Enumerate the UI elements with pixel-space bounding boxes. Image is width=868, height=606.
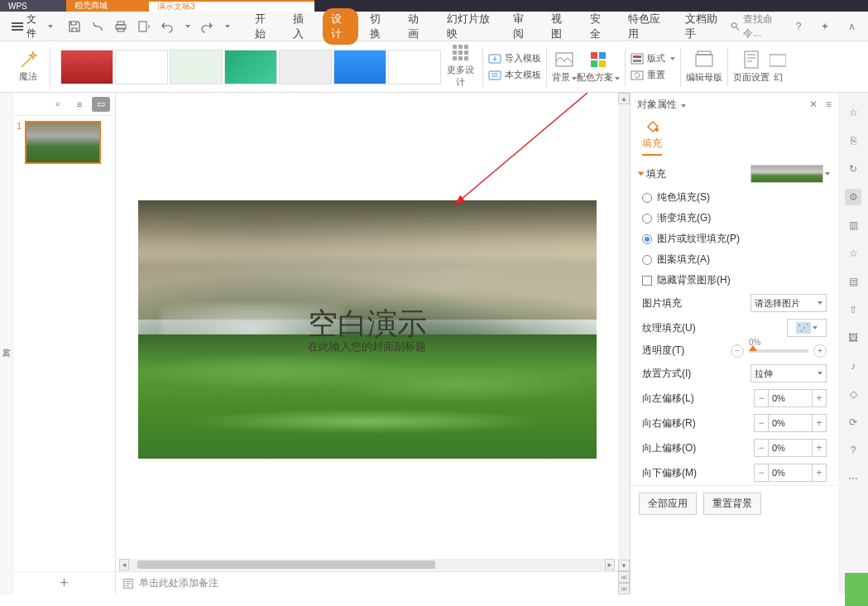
- checkbox-hide-bg-graphics[interactable]: 隐藏背景图形(H): [642, 273, 827, 287]
- rail-star-icon[interactable]: ☆: [845, 245, 861, 262]
- template-thumb-6[interactable]: [333, 50, 386, 84]
- slide[interactable]: 空白演示 在此输入您的封面副标题: [138, 200, 597, 459]
- current-fill-preview[interactable]: [751, 165, 823, 183]
- radio-pattern-fill[interactable]: 图案填充(A): [642, 252, 827, 267]
- undo-icon[interactable]: [161, 20, 174, 33]
- print-preview-icon[interactable]: [91, 20, 104, 33]
- tab-review[interactable]: 审阅: [505, 8, 540, 45]
- rail-sound-icon[interactable]: ♪: [845, 358, 861, 374]
- texture-fill-select[interactable]: [787, 319, 827, 337]
- radio-picture-fill[interactable]: 图片或纹理填充(P): [642, 232, 827, 246]
- notes-bar[interactable]: 单击此处添加备注: [116, 571, 618, 594]
- tab-security[interactable]: 安全: [582, 8, 616, 45]
- rail-help-icon[interactable]: ?: [845, 442, 861, 459]
- app-tab-wps[interactable]: WPS: [0, 0, 66, 12]
- color-scheme-button[interactable]: 配色方案: [577, 50, 620, 84]
- thumbnail-view-toggle[interactable]: ▭: [92, 97, 110, 112]
- add-slide-button[interactable]: +: [13, 571, 115, 594]
- apply-all-button[interactable]: 全部应用: [639, 493, 697, 515]
- hscroll-track[interactable]: [129, 559, 605, 570]
- slide-title-placeholder[interactable]: 空白演示: [138, 304, 597, 344]
- redo-dropdown-icon[interactable]: [225, 25, 230, 28]
- placement-select[interactable]: 拉伸: [751, 364, 827, 382]
- footer-chat-button[interactable]: [845, 573, 868, 606]
- template-thumb-5[interactable]: [279, 50, 332, 84]
- opacity-increase-button[interactable]: +: [813, 344, 827, 358]
- help-icon[interactable]: ?: [792, 20, 805, 33]
- properties-header[interactable]: 对象属性 ✕ ≡: [631, 93, 838, 116]
- spinner-minus-button[interactable]: −: [754, 464, 769, 482]
- tab-slideshow[interactable]: 幻灯片放映: [439, 8, 501, 45]
- next-slide-button[interactable]: ≫: [618, 583, 630, 594]
- collapse-pane-icon[interactable]: «: [55, 99, 67, 108]
- slider-handle-icon[interactable]: [749, 345, 757, 351]
- tab-features[interactable]: 特色应用: [620, 8, 674, 45]
- scroll-left-button[interactable]: ◄: [119, 559, 129, 570]
- tab-animation[interactable]: 动画: [400, 8, 434, 45]
- prev-slide-button[interactable]: ≪: [618, 571, 630, 583]
- tab-home[interactable]: 开始: [247, 8, 281, 45]
- rail-refresh-icon[interactable]: ⟳: [845, 414, 861, 430]
- spinner-plus-button[interactable]: +: [812, 389, 827, 407]
- background-button[interactable]: 背景: [552, 50, 577, 84]
- rail-layers-icon[interactable]: ▥: [845, 217, 861, 233]
- offset-left-spinner[interactable]: −0%+: [754, 389, 827, 407]
- redo-icon[interactable]: [200, 20, 213, 33]
- slide-thumbnail-1[interactable]: 1: [17, 121, 112, 164]
- vscroll-track[interactable]: [618, 104, 630, 560]
- rail-properties-icon[interactable]: ⚙: [845, 189, 861, 205]
- magic-button[interactable]: 魔法: [12, 50, 45, 83]
- template-thumb-3[interactable]: [170, 50, 223, 84]
- rail-shape-icon[interactable]: ◇: [845, 386, 861, 402]
- tab-transition[interactable]: 切换: [362, 8, 396, 45]
- spinner-minus-button[interactable]: −: [754, 439, 769, 457]
- rail-share-icon[interactable]: ⇧: [845, 301, 861, 318]
- properties-tab-fill[interactable]: 填充: [642, 118, 662, 156]
- file-menu-button[interactable]: 文件: [5, 12, 60, 41]
- radio-solid-fill[interactable]: 纯色填充(S): [642, 190, 827, 204]
- page-setup-button[interactable]: 页面设置: [733, 50, 770, 84]
- spinner-minus-button[interactable]: −: [754, 389, 769, 407]
- undo-dropdown-icon[interactable]: [185, 25, 190, 28]
- hscroll-thumb[interactable]: [137, 560, 435, 569]
- feedback-icon[interactable]: ✦: [818, 20, 832, 33]
- command-search[interactable]: 查找命令...: [731, 12, 782, 41]
- scroll-down-button[interactable]: ▼: [618, 560, 630, 571]
- scroll-right-button[interactable]: ►: [605, 559, 615, 570]
- fill-section-header[interactable]: 填充: [631, 161, 838, 187]
- rail-more-icon[interactable]: ⋯: [845, 470, 861, 487]
- tab-view[interactable]: 视图: [543, 8, 578, 45]
- horizontal-scrollbar[interactable]: ◄ ►: [116, 558, 618, 571]
- spinner-plus-button[interactable]: +: [812, 414, 827, 432]
- template-thumb-2[interactable]: [115, 50, 168, 84]
- import-template-button[interactable]: 导入模板: [488, 52, 541, 65]
- panel-menu-icon[interactable]: ≡: [826, 99, 832, 110]
- tab-design[interactable]: 设计: [323, 8, 357, 45]
- print-icon[interactable]: [114, 20, 127, 33]
- picture-fill-select[interactable]: 请选择图片: [751, 294, 827, 312]
- rail-archive-icon[interactable]: ▤: [845, 273, 861, 290]
- spinner-minus-button[interactable]: −: [754, 414, 769, 432]
- reset-button[interactable]: 重置: [631, 69, 675, 82]
- rail-history-icon[interactable]: ↻: [845, 161, 861, 177]
- offset-down-spinner[interactable]: −0%+: [754, 464, 827, 482]
- tab-dochelper[interactable]: 文档助手: [677, 8, 731, 45]
- scroll-up-button[interactable]: ▲: [618, 93, 630, 104]
- offset-up-spinner[interactable]: −0%+: [754, 439, 827, 457]
- outline-view-toggle[interactable]: ≡: [70, 97, 89, 112]
- spinner-plus-button[interactable]: +: [812, 464, 827, 482]
- opacity-slider[interactable]: [749, 349, 808, 353]
- edit-master-button[interactable]: 编辑母版: [686, 50, 722, 84]
- opacity-decrease-button[interactable]: −: [731, 344, 744, 358]
- rail-favorites-icon[interactable]: ☆: [845, 104, 861, 121]
- template-thumb-1[interactable]: [60, 50, 113, 84]
- slide-subtitle-placeholder[interactable]: 在此输入您的封面副标题: [138, 339, 597, 354]
- rail-image-icon[interactable]: 🖼: [845, 329, 861, 346]
- radio-gradient-fill[interactable]: 渐变填充(G): [642, 211, 827, 225]
- more-design-button[interactable]: 更多设计: [443, 45, 477, 89]
- offset-right-spinner[interactable]: −0%+: [754, 414, 827, 432]
- slide-size-button[interactable]: 幻: [770, 50, 786, 84]
- collapse-ribbon-icon[interactable]: ∧: [845, 20, 858, 33]
- template-thumb-7[interactable]: [388, 50, 441, 84]
- rail-clipboard-icon[interactable]: ⎘: [845, 132, 861, 149]
